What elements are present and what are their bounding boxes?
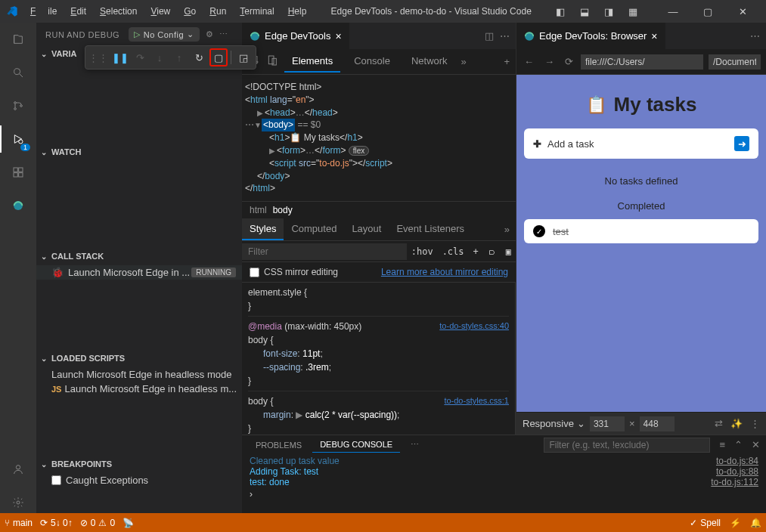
loaded-scripts-section-header[interactable]: ⌄LOADED SCRIPTS — [36, 351, 242, 366]
tab-network[interactable]: Network — [404, 51, 455, 73]
log-source-link[interactable]: to-do.js:112 — [711, 477, 758, 487]
extensions-icon[interactable] — [8, 162, 29, 183]
accounts-icon[interactable] — [8, 459, 29, 480]
tab-styles[interactable]: Styles — [242, 218, 284, 240]
dom-tree[interactable]: <!DOCTYPE html> <html lang="en"> ▶<head>… — [242, 75, 516, 201]
rotate-icon[interactable]: ⇄ — [715, 418, 723, 429]
minimize-button[interactable]: — — [656, 3, 690, 20]
open-browser-button[interactable]: ◲ — [234, 48, 253, 66]
step-over-button[interactable]: ↷ — [131, 48, 149, 66]
css-source-link[interactable]: to-do-styles.css:40 — [439, 320, 509, 332]
hov-button[interactable]: :hov — [407, 246, 438, 257]
menu-go[interactable]: Go — [178, 3, 202, 20]
split-editor-icon[interactable]: ◫ — [485, 30, 494, 42]
drag-handle-icon[interactable]: ⋮⋮ — [88, 52, 108, 63]
menu-selection[interactable]: Selection — [94, 3, 143, 20]
caught-exceptions-row[interactable]: Caught Exceptions — [36, 473, 242, 487]
menu-view[interactable]: View — [144, 3, 176, 20]
menu-edit[interactable]: Edit — [64, 3, 92, 20]
menu-terminal[interactable]: Terminal — [234, 3, 280, 20]
add-task-input[interactable]: ✚Add a task ➜ — [524, 128, 758, 159]
css-mirror-checkbox-label[interactable]: CSS mirror editing — [250, 267, 338, 277]
more-icon[interactable]: ⋯ — [500, 30, 510, 42]
callstack-item[interactable]: 🐞Launch Microsoft Edge in ... RUNNING — [36, 265, 242, 280]
reload-button[interactable]: ⟳ — [562, 54, 576, 69]
step-into-button[interactable]: ↓ — [150, 48, 169, 66]
css-mirror-checkbox[interactable] — [250, 268, 259, 277]
more-icon[interactable]: ⋯ — [219, 29, 228, 39]
caught-exceptions-checkbox[interactable] — [51, 475, 61, 485]
search-icon[interactable] — [8, 62, 29, 83]
tab-edge-devtools[interactable]: Edge DevTools × — [242, 23, 350, 49]
stop-button[interactable]: ▢ — [209, 48, 228, 66]
close-icon[interactable]: × — [335, 30, 341, 42]
address-bar-2[interactable] — [708, 54, 761, 70]
loaded-scripts-group[interactable]: Launch Microsoft Edge in headless mode — [36, 367, 242, 382]
styles-pane[interactable]: element.style {} @media (max-width: 450p… — [242, 283, 515, 435]
tab-computed[interactable]: Computed — [284, 218, 344, 240]
close-panel-icon[interactable]: ✕ — [752, 439, 760, 450]
styles-filter-input[interactable] — [242, 243, 407, 260]
gear-icon[interactable]: ⚙ — [206, 29, 214, 39]
maximize-button[interactable]: ▢ — [690, 3, 725, 20]
debug-toolbar[interactable]: ⋮⋮ ❚❚ ↷ ↓ ↑ ↻ ▢ ◲ — [85, 45, 256, 70]
close-icon[interactable]: × — [651, 30, 657, 42]
paint-flash-icon[interactable]: ⫐ — [483, 246, 501, 257]
settings-gear-icon[interactable] — [8, 492, 29, 513]
feedback-icon[interactable]: ⚡ — [730, 518, 741, 528]
responsive-dropdown[interactable]: Responsive⌄ — [523, 418, 585, 429]
cls-button[interactable]: .cls — [438, 246, 469, 257]
breadcrumb-body[interactable]: body — [273, 205, 293, 215]
layout-sidebar-right-icon[interactable]: ◨ — [598, 3, 619, 20]
explorer-icon[interactable] — [8, 29, 29, 50]
sync-item[interactable]: ⟳5↓ 0↑ — [40, 518, 73, 528]
breakpoints-section-header[interactable]: ⌄BREAKPOINTS — [36, 456, 242, 472]
pause-button[interactable]: ❚❚ — [111, 48, 129, 66]
console-prompt[interactable]: › — [250, 487, 758, 500]
step-out-button[interactable]: ↑ — [170, 48, 188, 66]
device-emulation-icon[interactable] — [266, 54, 278, 69]
submit-task-button[interactable]: ➜ — [734, 136, 749, 151]
more-tabs-icon[interactable]: » — [461, 56, 467, 67]
tab-elements[interactable]: Elements — [284, 51, 340, 73]
callstack-section-header[interactable]: ⌄CALL STACK — [36, 249, 242, 264]
launch-config-dropdown[interactable]: ▷ No Config ⌄ — [129, 27, 199, 42]
restart-button[interactable]: ↻ — [190, 48, 208, 66]
watch-section-header[interactable]: ⌄WATCH — [36, 144, 242, 159]
close-window-button[interactable]: ✕ — [725, 3, 760, 20]
menu-help[interactable]: Help — [282, 3, 313, 20]
more-icon[interactable]: ⋯ — [750, 30, 760, 42]
more-icon[interactable]: ⋮ — [750, 418, 760, 429]
menu-run[interactable]: Run — [203, 3, 232, 20]
wand-icon[interactable]: ✨ — [730, 418, 743, 429]
webpage-preview[interactable]: 📋My tasks ✚Add a task ➜ No tasks defined… — [516, 75, 766, 412]
more-icon[interactable]: » — [498, 224, 516, 235]
log-source-link[interactable]: to-do.js:84 — [716, 456, 758, 466]
tab-console[interactable]: Console — [346, 51, 398, 73]
notifications-icon[interactable]: 🔔 — [750, 518, 761, 528]
address-bar[interactable] — [581, 54, 703, 70]
clear-console-icon[interactable]: ≡ — [719, 439, 725, 450]
port-forward-icon[interactable]: 📡 — [122, 518, 134, 528]
debug-console-body[interactable]: Cleaned up task valueto-do.js:84 Adding … — [242, 454, 766, 513]
loaded-script-item[interactable]: JSLaunch Microsoft Edge in headless m... — [36, 382, 242, 396]
errors-warnings[interactable]: ⊘0 ⚠0 — [80, 518, 115, 528]
tab-event-listeners[interactable]: Event Listeners — [389, 218, 472, 240]
panel-filter-input[interactable] — [544, 438, 710, 453]
spell-check-item[interactable]: ✓ Spell — [690, 518, 721, 528]
breadcrumb-html[interactable]: html — [250, 205, 267, 215]
add-tab-icon[interactable]: + — [504, 56, 510, 67]
height-input[interactable] — [640, 416, 675, 431]
layout-sidebar-left-icon[interactable]: ◧ — [550, 3, 571, 20]
branch-item[interactable]: ⑂main — [5, 518, 33, 528]
tab-edge-devtools-browser[interactable]: Edge DevTools: Browser × — [516, 23, 666, 49]
tab-debug-console[interactable]: DEBUG CONSOLE — [312, 437, 400, 453]
collapse-icon[interactable]: ⌃ — [734, 439, 743, 450]
css-source-link[interactable]: to-do-styles.css:1 — [444, 394, 509, 407]
mirror-learn-link[interactable]: Learn more about mirror editing — [381, 267, 508, 277]
tab-problems[interactable]: PROBLEMS — [248, 438, 309, 453]
forward-button[interactable]: → — [541, 54, 557, 69]
edge-tools-icon[interactable] — [8, 195, 29, 216]
more-icon[interactable]: ⋯ — [403, 437, 426, 453]
source-control-icon[interactable] — [8, 95, 29, 116]
